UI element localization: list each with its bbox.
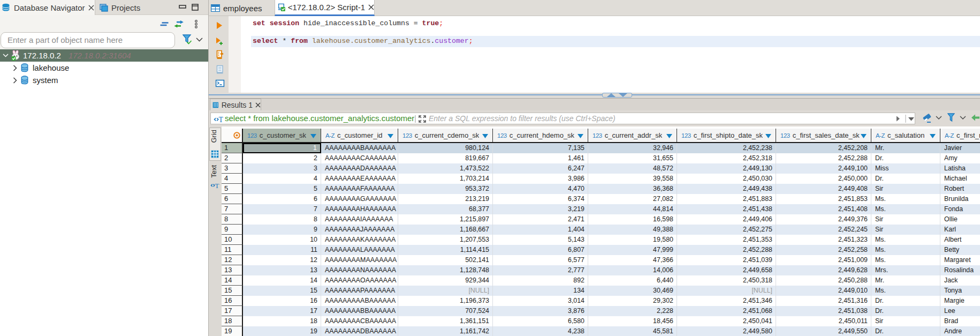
svg-text:T: T bbox=[219, 116, 224, 124]
svg-text:T: T bbox=[215, 182, 219, 190]
